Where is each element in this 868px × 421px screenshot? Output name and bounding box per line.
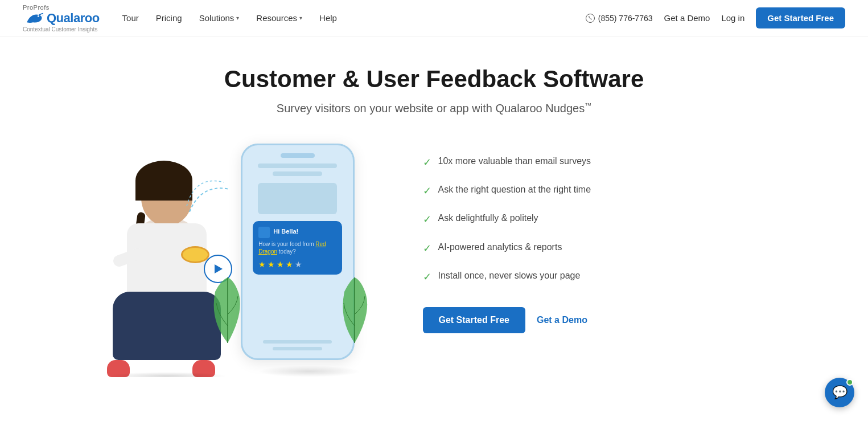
survey-stars: ★ ★ ★ ★ ★ [258,260,336,269]
get-started-hero-button[interactable]: Get Started Free [423,307,525,333]
check-icon-4: ✓ [423,242,431,256]
qualaroo-bird-icon [23,11,43,26]
phone-area: (855) 776-7763 [586,14,653,23]
feature-list: ✓ 10x more valuable than email surveys ✓… [423,155,776,284]
star-2: ★ [268,260,275,269]
solutions-chevron-icon: ▾ [236,15,239,21]
nav-help[interactable]: Help [319,13,337,23]
nav-tour[interactable]: Tour [122,13,139,23]
feature-item: ✓ Ask the right question at the right ti… [423,183,776,198]
phone-line-1 [258,164,337,168]
check-icon-5: ✓ [423,270,431,284]
hero-features: ✓ 10x more valuable than email surveys ✓… [423,138,776,333]
survey-card: Hi Bella! How is your food from Red Drag… [253,221,342,275]
proprofs-label: ProProfs [23,4,50,11]
phone-content-block [258,183,337,214]
get-demo-nav-link[interactable]: Get a Demo [664,13,710,23]
feature-item: ✓ 10x more valuable than email surveys [423,155,776,170]
nav-links: Tour Pricing Solutions ▾ Resources ▾ Hel… [122,13,586,23]
phone-shadow [258,366,360,377]
star-1: ★ [258,260,266,269]
phone-notch [281,153,315,158]
check-icon-1: ✓ [423,156,431,170]
star-3: ★ [277,260,284,269]
feature-item: ✓ AI-powered analytics & reports [423,241,776,256]
feature-text-3: Ask delightfully & politely [438,212,538,224]
arc-decoration [184,172,241,218]
feature-text-2: Ask the right question at the right time [438,183,591,196]
nav-pricing[interactable]: Pricing [156,13,182,23]
hero-title: Customer & User Feedback Software [224,65,644,93]
get-started-nav-button[interactable]: Get Started Free [756,7,845,28]
phone-number: (855) 776-7763 [598,14,653,23]
play-triangle-icon [215,264,223,273]
feature-text-4: AI-powered analytics & reports [438,241,562,254]
hero-content: Hi Bella! How is your food from Red Drag… [93,138,776,377]
get-demo-hero-link[interactable]: Get a Demo [537,315,587,325]
phone-line-2 [273,171,322,176]
survey-question: How is your food from Red Dragon today? [258,240,336,255]
feature-item: ✓ Install once, never slows your page [423,269,776,284]
nav-resources[interactable]: Resources ▾ [256,13,302,23]
nav-solutions[interactable]: Solutions ▾ [199,13,240,23]
logo-link[interactable]: ProProfs Qualaroo Contextual Customer In… [23,4,100,32]
logo-main: Qualaroo [23,11,100,26]
survey-brand-icon [258,227,270,238]
login-link[interactable]: Log in [721,13,744,23]
leaf-left-icon [204,275,252,346]
hero-cta: Get Started Free Get a Demo [423,307,776,333]
check-icon-3: ✓ [423,212,431,227]
logo-text: Qualaroo [47,11,100,26]
star-5: ★ [295,260,302,269]
hero-illustration: Hi Bella! How is your food from Red Drag… [93,138,389,377]
logo-tagline: Contextual Customer Insights [23,26,97,32]
survey-greeting: Hi Bella! [273,228,298,235]
phone-icon [586,14,595,23]
feature-text-1: 10x more valuable than email surveys [438,155,591,167]
feature-item: ✓ Ask delightfully & politely [423,212,776,227]
feature-text-5: Install once, never slows your page [438,269,581,282]
nav-right: (855) 776-7763 Get a Demo Log in Get Sta… [586,7,845,28]
leaf-right-icon [330,275,379,346]
hero-section: Customer & User Feedback Software Survey… [0,36,868,377]
navbar: ProProfs Qualaroo Contextual Customer In… [0,0,868,36]
resources-chevron-icon: ▾ [299,15,302,21]
check-icon-2: ✓ [423,184,431,198]
hero-subtitle: Survey visitors on your website or app w… [277,101,591,115]
star-4: ★ [286,260,293,269]
svg-point-0 [38,15,39,17]
